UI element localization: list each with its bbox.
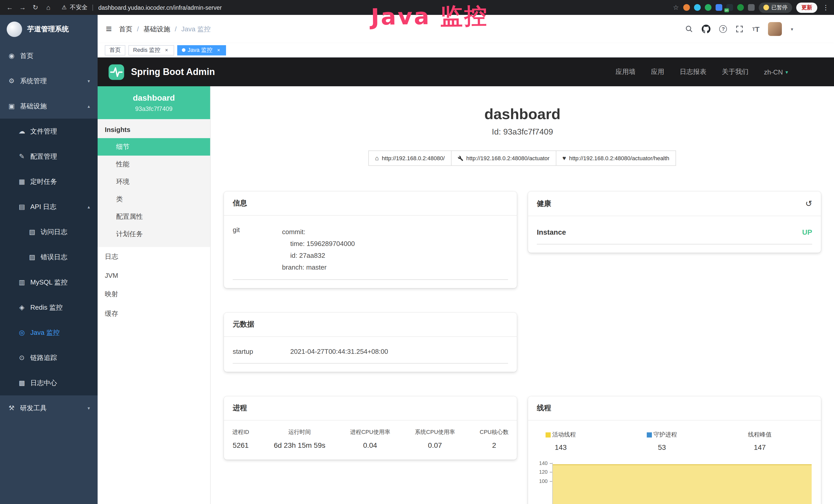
back-icon[interactable]: ←	[4, 4, 16, 11]
app-sidebar: 芋道管理系统 ◉ 首页 ⚙ 系统管理 ▾ ▣ 基础设施 ▴	[0, 15, 97, 504]
health-instance-label: Instance	[537, 228, 566, 236]
process-card: 进程 进程ID 5261 运行时间 6d 23h 15m 59s	[224, 396, 517, 460]
info-card-header: 信息	[224, 191, 517, 216]
sba-language-select[interactable]: zh-CN ▾	[764, 68, 788, 76]
breadcrumb-home[interactable]: 首页	[119, 24, 132, 33]
sba-sidebar-item-jvm[interactable]: JVM	[97, 267, 210, 284]
extension-icon[interactable]: on	[726, 4, 733, 11]
sba-sidebar-item-caches[interactable]: 缓存	[97, 304, 210, 323]
sba-sidebar-item-performance[interactable]: 性能	[97, 156, 210, 173]
sidebar-item-api-logs[interactable]: ▤ API 日志 ▴	[0, 194, 97, 219]
sidebar-item-error-logs[interactable]: ▨ 错误日志	[0, 245, 97, 270]
sidebar-item-access-logs[interactable]: ▧ 访问日志	[0, 219, 97, 245]
forward-icon[interactable]: →	[17, 4, 28, 11]
logo-avatar	[7, 21, 22, 37]
hamburger-icon[interactable]: ≡	[106, 23, 112, 35]
tools-icon: ⚒	[8, 404, 16, 412]
threads-chart: 140 120 100	[534, 459, 813, 504]
cloud-icon: ☁	[18, 127, 26, 135]
extension-icon[interactable]	[737, 4, 744, 11]
sba-nav-wallboard[interactable]: 应用墙	[615, 67, 635, 76]
sidebar-item-file-management[interactable]: ☁ 文件管理	[0, 119, 97, 144]
user-avatar[interactable]	[768, 22, 782, 36]
instance-homepage-link[interactable]: ⌂ http://192.168.0.2:48080/	[368, 151, 451, 166]
sidebar-item-home[interactable]: ◉ 首页	[0, 43, 97, 68]
browser-menu-icon[interactable]: ⋮	[822, 4, 829, 11]
github-icon[interactable]	[702, 25, 711, 33]
sidebar-item-java-monitor[interactable]: ◎ Java 监控	[0, 320, 97, 345]
sba-sidebar-item-environment[interactable]: 环境	[97, 173, 210, 190]
browser-home-icon[interactable]: ⌂	[43, 4, 54, 11]
sba-sidebar-item-config-properties[interactable]: 配置属性	[97, 208, 210, 225]
info-value-line: id: 27aa832	[282, 250, 355, 261]
sba-sidebar-item-logs[interactable]: 日志	[97, 247, 210, 267]
sba-nav-applications[interactable]: 应用	[651, 67, 664, 76]
legend-swatch-blue	[647, 432, 652, 437]
sidebar-item-config-management[interactable]: ✎ 配置管理	[0, 144, 97, 169]
sidebar-item-label: MySQL 监控	[30, 278, 68, 287]
sidebar-item-label: 访问日志	[41, 227, 67, 236]
health-instance-row[interactable]: Instance UP	[537, 221, 812, 245]
extension-icon[interactable]	[694, 4, 700, 11]
security-warning-label: 不安全	[70, 4, 88, 11]
puzzle-extension-icon[interactable]	[748, 4, 754, 11]
breadcrumb-separator: /	[137, 25, 139, 33]
tab-java-monitor[interactable]: Java 监控 ×	[177, 45, 226, 55]
chevron-down-icon: ▾	[786, 69, 788, 75]
chevron-down-icon[interactable]: ▾	[791, 26, 793, 31]
spring-boot-admin-logo[interactable]	[108, 63, 125, 81]
info-key: git	[233, 226, 282, 273]
sba-nav: 应用墙 应用 日志报表 关于我们 zh-CN ▾	[615, 67, 788, 76]
paused-badge[interactable]: 已暂停	[759, 2, 792, 13]
sidebar-item-dev-tools[interactable]: ⚒ 研发工具 ▾	[0, 395, 97, 420]
sidebar-item-scheduled-jobs[interactable]: ▦ 定时任务	[0, 169, 97, 194]
sba-instance-header[interactable]: dashboard 93a3fc7f7409	[97, 86, 210, 119]
metric-value: 0.04	[350, 441, 390, 449]
y-axis-tickmark	[550, 472, 552, 473]
actuator-link[interactable]: http://192.168.0.2:48080/actuator	[451, 151, 556, 166]
extension-icon[interactable]	[715, 4, 722, 11]
info-card: 信息 git commit: time: 1596289704000 id: 2…	[224, 191, 517, 288]
card-title: 进程	[233, 404, 247, 413]
sba-sidebar-item-classes[interactable]: 类	[97, 190, 210, 208]
tab-label: 首页	[109, 46, 121, 54]
sba-nav-about[interactable]: 关于我们	[722, 67, 748, 76]
search-icon[interactable]	[685, 25, 693, 33]
legend-label: 活动线程	[552, 431, 576, 438]
sidebar-item-infrastructure[interactable]: ▣ 基础设施 ▴	[0, 93, 97, 119]
fullscreen-icon[interactable]	[736, 25, 744, 33]
paused-emoji-icon	[763, 5, 769, 10]
log-icon: ▤	[18, 203, 26, 210]
bookmark-star-icon[interactable]: ☆	[673, 4, 679, 11]
address-bar[interactable]: ⚠ 不安全 dashboard.yudao.iocoder.cn/infra/a…	[62, 4, 222, 11]
job-icon: ▦	[18, 178, 26, 185]
sidebar-item-label: API 日志	[30, 202, 56, 211]
sba-sidebar-item-mappings[interactable]: 映射	[97, 284, 210, 304]
sba-sidebar-item-details[interactable]: 细节	[97, 138, 210, 156]
refresh-icon[interactable]: ↻	[30, 4, 41, 11]
help-icon[interactable]: ?	[720, 25, 727, 33]
extension-icon[interactable]	[683, 4, 690, 11]
sba-sidebar-item-scheduled-tasks[interactable]: 计划任务	[97, 225, 210, 243]
sidebar-item-log-center[interactable]: ▩ 日志中心	[0, 370, 97, 395]
update-button[interactable]: 更新	[796, 2, 817, 13]
font-size-icon[interactable]: TT	[752, 25, 760, 33]
tab-redis-monitor[interactable]: Redis 监控 ×	[128, 45, 174, 55]
app-logo[interactable]: 芋道管理系统	[0, 15, 97, 43]
tab-home[interactable]: 首页	[105, 45, 125, 55]
health-link[interactable]: ♥ http://192.168.0.2:48080/actuator/heal…	[555, 151, 676, 166]
edit-icon: ✎	[18, 153, 26, 160]
sidebar-item-redis-monitor[interactable]: ◈ Redis 监控	[0, 295, 97, 320]
close-icon[interactable]: ×	[216, 47, 222, 53]
sba-sidebar-insights[interactable]: Insights	[97, 119, 210, 138]
tab-bar: 首页 Redis 监控 × Java 监控 ×	[97, 43, 834, 58]
sidebar-item-mysql-monitor[interactable]: ▥ MySQL 监控	[0, 270, 97, 295]
history-refresh-icon[interactable]: ↺	[805, 199, 812, 208]
browser-actions: ☆ on 已暂停 更新 ⋮	[673, 2, 830, 13]
sba-nav-journal[interactable]: 日志报表	[680, 67, 706, 76]
extension-icon[interactable]	[705, 4, 711, 11]
sidebar-item-system-management[interactable]: ⚙ 系统管理 ▾	[0, 68, 97, 93]
breadcrumb-infrastructure[interactable]: 基础设施	[144, 24, 170, 33]
sidebar-item-tracing[interactable]: ⊙ 链路追踪	[0, 345, 97, 370]
close-icon[interactable]: ×	[163, 47, 170, 53]
